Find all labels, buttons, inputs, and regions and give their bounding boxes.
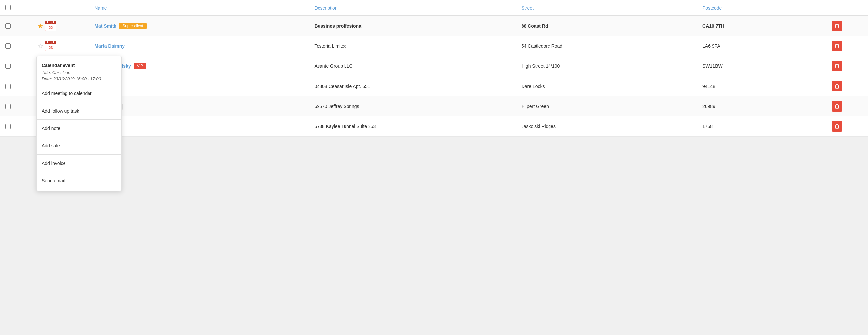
popup-divider	[36, 85, 121, 85]
description-header: Description	[309, 0, 516, 16]
row-checkbox[interactable]	[5, 124, 10, 129]
bottom-area	[0, 136, 868, 235]
popup-menu-item[interactable]: Add follow up task	[36, 105, 121, 117]
table-row: ☆ | | 23 Martin KowalskyVIPAsante Group …	[0, 56, 868, 77]
row-checkbox[interactable]	[5, 104, 10, 109]
description-cell: Testoria Limited	[309, 36, 516, 56]
postcode-cell: 94148	[697, 77, 827, 96]
select-all-checkbox[interactable]	[5, 5, 10, 10]
postcode-cell: LA6 9FA	[697, 36, 827, 56]
popup-info-title: Title: Car clean	[36, 69, 121, 76]
popup-menu-item[interactable]: Add note	[36, 122, 121, 134]
popup-menu-divider	[36, 172, 121, 172]
description-cell: Bussines proffesional	[309, 16, 516, 36]
popup-menu-item[interactable]: Add meeting to calendar	[36, 88, 121, 99]
postcode-cell: SW11BW	[697, 56, 827, 77]
description-cell: 5738 Kaylee Tunnel Suite 253	[309, 117, 516, 136]
action-header	[827, 0, 868, 16]
popup-header: Calendar event	[36, 60, 121, 69]
table-row: ☆04808 Ceasar Isle Apt. 651Dare Locks941…	[0, 77, 868, 96]
description-cell: Asante Group LLC	[309, 56, 516, 77]
icons-header	[32, 0, 89, 16]
popup-menu-divider	[36, 154, 121, 155]
name-header: Name	[89, 0, 309, 16]
popup-menu: Add meeting to calendarAdd follow up tas…	[36, 88, 121, 187]
street-cell: 86 Coast Rd	[516, 16, 697, 36]
popup-menu-divider	[36, 102, 121, 102]
street-cell: Jaskolski Ridges	[516, 117, 697, 136]
street-cell: High Street 14/100	[516, 56, 697, 77]
street-cell: Dare Locks	[516, 77, 697, 96]
postcode-cell: 1758	[697, 117, 827, 136]
star-icon[interactable]: ☆	[37, 42, 43, 50]
delete-button[interactable]	[832, 41, 842, 51]
row-checkbox[interactable]	[5, 84, 10, 89]
delete-button[interactable]	[832, 21, 842, 31]
popup-info-date: Date: 23/10/2019 16:00 - 17:00	[36, 76, 121, 82]
delete-button[interactable]	[832, 81, 842, 91]
popup-menu-divider	[36, 137, 121, 137]
contact-badge: Super client	[119, 23, 147, 29]
table-row: ★ | | 22 Mat SmithSuper clientBussines p…	[0, 16, 868, 36]
postcode-header: Postcode	[697, 0, 827, 16]
postcode-cell: CA10 7TH	[697, 16, 827, 36]
row-checkbox[interactable]	[5, 43, 10, 49]
popup-menu-divider	[36, 119, 121, 120]
table-row: ☆5738 Kaylee Tunnel Suite 253Jaskolski R…	[0, 117, 868, 136]
popup-title: Calendar event	[42, 63, 116, 68]
star-icon[interactable]: ★	[37, 22, 43, 30]
popup-menu-item[interactable]: Add invoice	[36, 157, 121, 169]
delete-button[interactable]	[832, 101, 842, 112]
street-cell: 54 Castledore Road	[516, 36, 697, 56]
context-popup: Calendar event Title: Car clean Date: 23…	[36, 56, 122, 191]
row-checkbox[interactable]	[5, 63, 10, 69]
popup-menu-item[interactable]: Add sale	[36, 140, 121, 152]
description-cell: 69570 Jeffrey Springs	[309, 96, 516, 117]
calendar-icon[interactable]: | | 22	[45, 21, 56, 31]
delete-button[interactable]	[832, 61, 842, 71]
contact-name-link[interactable]: Mat Smith	[94, 23, 117, 29]
select-all-header	[0, 0, 32, 16]
contact-name-link[interactable]: Marta Daimny	[94, 43, 125, 49]
contacts-table: Name Description Street Postcode ★ | | 2…	[0, 0, 868, 136]
postcode-cell: 26989	[697, 96, 827, 117]
description-cell: 04808 Ceasar Isle Apt. 651	[309, 77, 516, 96]
calendar-icon[interactable]: | | 23	[45, 41, 56, 51]
popup-menu-item[interactable]: Send email	[36, 175, 121, 187]
street-header: Street	[516, 0, 697, 16]
row-checkbox[interactable]	[5, 23, 10, 29]
table-row: ☆ | | 23 Marta DaimnyTestoria Limited54 …	[0, 36, 868, 56]
table-row: ☆tag2tag369570 Jeffrey SpringsHilpert Gr…	[0, 96, 868, 117]
delete-button[interactable]	[832, 121, 842, 132]
street-cell: Hilpert Green	[516, 96, 697, 117]
contact-badge: VIP	[133, 63, 147, 69]
